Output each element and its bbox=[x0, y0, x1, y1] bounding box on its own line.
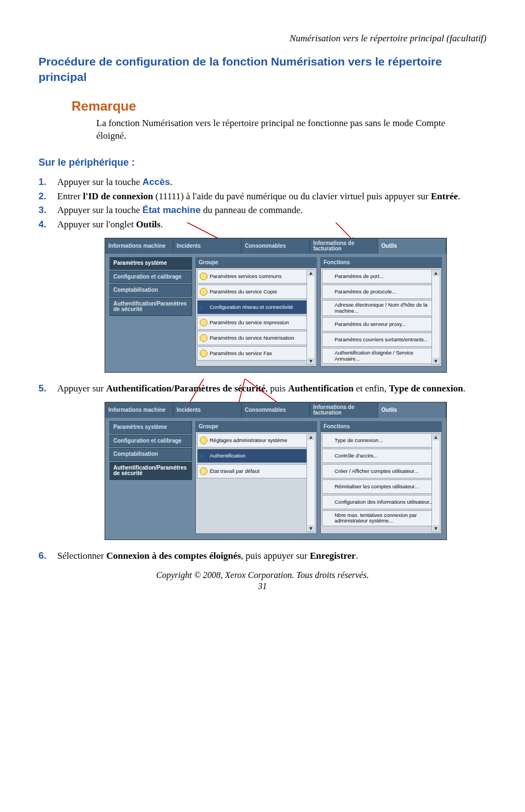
keyword-acces: Accès bbox=[143, 177, 170, 187]
step-number: 1. bbox=[39, 176, 57, 189]
tab-incidents[interactable]: Incidents bbox=[173, 238, 242, 254]
screenshot-1: Informations machine Incidents Consommab… bbox=[105, 238, 447, 373]
tab-info-machine[interactable]: Informations machine bbox=[105, 402, 173, 418]
keyword-etat-machine: État machine bbox=[143, 205, 201, 215]
sidebar-item-comptabilisation[interactable]: Comptabilisation bbox=[110, 284, 192, 297]
scr2-sidebar: Paramètres système Configuration et cali… bbox=[110, 421, 192, 534]
arrow-icon bbox=[200, 304, 205, 310]
scrollbar[interactable]: ▲▼ bbox=[307, 269, 315, 365]
scroll-up-icon[interactable]: ▲ bbox=[433, 434, 439, 440]
grp-etat-travail[interactable]: État travail par défaut bbox=[197, 464, 315, 478]
step-body: Appuyer sur la touche État machine du pa… bbox=[57, 204, 486, 217]
step-body: Appuyer sur Authentification/Paramètres … bbox=[57, 383, 486, 395]
tab-outils[interactable]: Outils bbox=[378, 238, 446, 254]
grp-reseau[interactable]: Configuration réseau et connectivité bbox=[197, 300, 315, 314]
tab-consommables[interactable]: Consommables bbox=[242, 238, 310, 254]
col-head-fonctions: Fonctions bbox=[320, 421, 442, 432]
sidebar-item-auth-securite[interactable]: Authentification/Paramètres de sécurité bbox=[110, 462, 192, 480]
tab-facturation[interactable]: Informations de facturation bbox=[310, 238, 378, 254]
sidebar-item-comptabilisation[interactable]: Comptabilisation bbox=[110, 448, 192, 461]
fn-type-connexion[interactable]: Type de connexion... bbox=[322, 433, 440, 448]
bullet-icon bbox=[200, 288, 207, 296]
scroll-up-icon[interactable]: ▲ bbox=[308, 434, 314, 440]
bullet-icon bbox=[200, 467, 207, 475]
step-number: 3. bbox=[39, 204, 57, 217]
scr1-tabs: Informations machine Incidents Consommab… bbox=[105, 238, 446, 254]
figure-2: Informations machine Incidents Consommab… bbox=[105, 402, 446, 540]
tab-consommables[interactable]: Consommables bbox=[242, 402, 310, 418]
grp-impression[interactable]: Paramètres du service Impression bbox=[197, 315, 315, 330]
scroll-down-icon[interactable]: ▼ bbox=[308, 358, 314, 364]
step-number: 6. bbox=[39, 550, 57, 563]
scroll-down-icon[interactable]: ▼ bbox=[308, 525, 314, 532]
grp-authentification[interactable]: Authentification bbox=[197, 449, 315, 463]
fn-auth-dir[interactable]: Authentification éloignée / Service Annu… bbox=[322, 348, 440, 364]
step-number: 5. bbox=[39, 383, 57, 395]
fn-creer-comptes[interactable]: Créer / Afficher comptes utilisateur... bbox=[322, 464, 440, 478]
tab-incidents[interactable]: Incidents bbox=[173, 402, 242, 418]
step-list-continued-2: 6. Sélectionner Connexion à des comptes … bbox=[39, 550, 486, 563]
fn-reinit-comptes[interactable]: Réinitialiser les comptes utilisateur... bbox=[322, 479, 440, 494]
step-6: 6. Sélectionner Connexion à des comptes … bbox=[39, 550, 486, 563]
scr1-groupe-col: Groupe Paramètres services communs Param… bbox=[195, 257, 317, 367]
sidebar-item-configuration[interactable]: Configuration et calibrage bbox=[110, 271, 192, 284]
step-3: 3. Appuyer sur la touche État machine du… bbox=[39, 204, 486, 217]
scr2-fonctions-col: Fonctions Type de connexion... Contrôle … bbox=[320, 421, 442, 534]
fn-protocole[interactable]: Paramètres de protocole... bbox=[322, 285, 440, 299]
fn-email-host[interactable]: Adresse électronique / Nom d'hôte de la … bbox=[322, 300, 440, 316]
step-2: 2. Entrer l'ID de connexion (11111) à l'… bbox=[39, 190, 486, 203]
step-body: Sélectionner Connexion à des comptes élo… bbox=[57, 550, 486, 563]
scroll-down-icon[interactable]: ▼ bbox=[433, 358, 439, 364]
scr1-sidebar: Paramètres système Configuration et cali… bbox=[110, 257, 192, 367]
sidebar-item-auth-securite[interactable]: Authentification/Paramètres de sécurité bbox=[110, 298, 192, 316]
fn-courriers[interactable]: Paramètres courriers sortants/entrants..… bbox=[322, 333, 440, 347]
step-list: 1. Appuyer sur la touche Accès. 2. Entre… bbox=[39, 176, 486, 232]
scroll-down-icon[interactable]: ▼ bbox=[433, 525, 439, 532]
section-title: Procédure de configuration de la fonctio… bbox=[39, 54, 486, 85]
bullet-icon bbox=[200, 437, 207, 444]
tab-info-machine[interactable]: Informations machine bbox=[105, 238, 173, 254]
grp-copie[interactable]: Paramètres du service Copie bbox=[197, 285, 315, 299]
grp-services-communs[interactable]: Paramètres services communs bbox=[197, 269, 315, 284]
fn-proxy[interactable]: Paramètres du serveur proxy... bbox=[322, 317, 440, 331]
grp-numerisation[interactable]: Paramètres du service Numérisation bbox=[197, 331, 315, 345]
scrollbar[interactable]: ▲▼ bbox=[431, 269, 440, 365]
tab-facturation[interactable]: Informations de facturation bbox=[310, 402, 378, 418]
fn-nbre-max[interactable]: Nbre max. tentatives connexion par admin… bbox=[322, 510, 440, 526]
bullet-icon bbox=[200, 350, 207, 357]
remarque-body: La fonction Numérisation vers le réperto… bbox=[96, 117, 464, 143]
grp-fax[interactable]: Paramètres du service Fax bbox=[197, 346, 315, 361]
step-body: Appuyer sur l'onglet Outils. bbox=[57, 219, 486, 231]
sidebar-item-parametres-systeme[interactable]: Paramètres système bbox=[110, 421, 192, 434]
scroll-up-icon[interactable]: ▲ bbox=[308, 270, 314, 276]
arrow-icon bbox=[200, 453, 205, 459]
fn-port[interactable]: Paramètres de port... bbox=[322, 269, 440, 284]
page-number: 31 bbox=[39, 581, 486, 591]
col-head-groupe: Groupe bbox=[195, 257, 317, 268]
sidebar-item-parametres-systeme[interactable]: Paramètres système bbox=[110, 257, 192, 270]
step-number: 4. bbox=[39, 219, 57, 231]
bullet-icon bbox=[200, 334, 207, 342]
running-header: Numérisation vers le répertoire principa… bbox=[39, 33, 486, 44]
bullet-icon bbox=[200, 319, 207, 326]
step-1: 1. Appuyer sur la touche Accès. bbox=[39, 176, 486, 189]
bullet-icon bbox=[200, 273, 207, 280]
copyright: Copyright © 2008, Xerox Corporation. Tou… bbox=[39, 570, 486, 580]
screenshot-2: Informations machine Incidents Consommab… bbox=[105, 402, 447, 540]
scroll-up-icon[interactable]: ▲ bbox=[433, 270, 439, 276]
fn-controle-acces[interactable]: Contrôle d'accès... bbox=[322, 449, 440, 463]
fn-config-info[interactable]: Configuration des informations utilisate… bbox=[322, 495, 440, 509]
scr1-fonctions-col: Fonctions Paramètres de port... Paramètr… bbox=[320, 257, 442, 367]
grp-reglages-admin[interactable]: Réglages administrateur système bbox=[197, 433, 315, 448]
scr2-tabs: Informations machine Incidents Consommab… bbox=[105, 402, 446, 418]
scrollbar[interactable]: ▲▼ bbox=[431, 433, 440, 532]
step-4: 4. Appuyer sur l'onglet Outils. bbox=[39, 219, 486, 231]
col-head-fonctions: Fonctions bbox=[320, 257, 442, 268]
sidebar-item-configuration[interactable]: Configuration et calibrage bbox=[110, 435, 192, 448]
step-body: Appuyer sur la touche Accès. bbox=[57, 176, 486, 189]
tab-outils[interactable]: Outils bbox=[378, 402, 446, 418]
page: Numérisation vers le répertoire principa… bbox=[0, 0, 525, 613]
step-body: Entrer l'ID de connexion (11111) à l'aid… bbox=[57, 190, 486, 203]
scrollbar[interactable]: ▲▼ bbox=[307, 433, 315, 532]
step-number: 2. bbox=[39, 190, 57, 203]
